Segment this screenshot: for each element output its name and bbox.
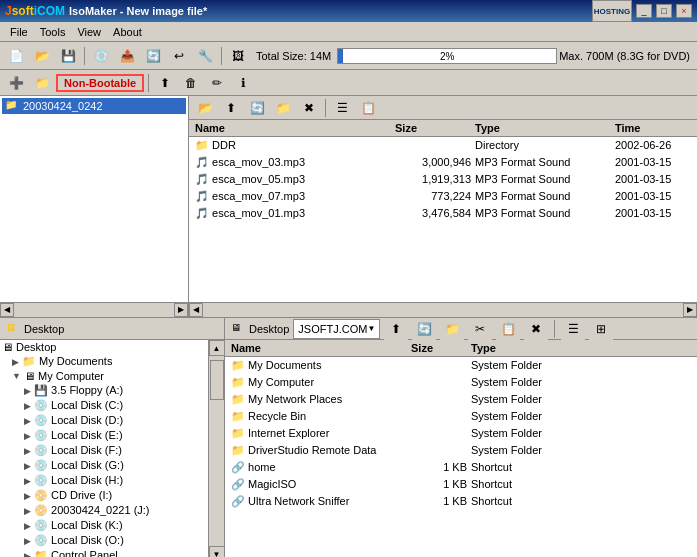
refresh-button[interactable]: 🔄: [141, 45, 165, 67]
add-folder-button[interactable]: 📁: [30, 72, 54, 94]
add-file-button[interactable]: ➕: [4, 72, 28, 94]
tree-item[interactable]: ▼ 🖥 My Computer: [0, 369, 208, 383]
menu-tools[interactable]: Tools: [34, 24, 72, 40]
maximize-button[interactable]: □: [656, 4, 672, 18]
desktop-file-row[interactable]: 📁 DriverStudio Remote DataSystem Folder: [225, 442, 697, 459]
iso-hscroll-track: [203, 303, 683, 317]
desktop-copy[interactable]: 📋: [496, 318, 520, 340]
menu-file[interactable]: File: [4, 24, 34, 40]
iso-files-container: 📁 DDRDirectory2002-06-26🎵 esca_mov_03.mp…: [189, 137, 697, 222]
desktop-file-row[interactable]: 🔗 Ultra Network Sniffer1 KBShortcut: [225, 493, 697, 510]
iso-hscroll[interactable]: ◀ ▶: [189, 302, 697, 316]
minimize-button[interactable]: _: [636, 4, 652, 18]
menu-about[interactable]: About: [107, 24, 148, 40]
dcol-type[interactable]: Type: [469, 341, 589, 355]
content-new-folder[interactable]: 📁: [271, 97, 295, 119]
tree-item[interactable]: ▶ 💿 Local Disk (G:): [0, 458, 208, 473]
image-button[interactable]: 🖼: [226, 45, 250, 67]
burn-button[interactable]: 💿: [89, 45, 113, 67]
delete-button[interactable]: 🗑: [179, 72, 203, 94]
bottom-section: 🖥 Desktop 🖥 Desktop▶ 📁 My Documents▼ 🖥 M…: [0, 316, 697, 557]
content-details[interactable]: 📋: [356, 97, 380, 119]
dcol-size[interactable]: Size: [409, 341, 469, 355]
iso-file-row[interactable]: 🎵 esca_mov_05.mp31,919,313MP3 Format Sou…: [189, 171, 697, 188]
iso-tree[interactable]: 📁 20030424_0242: [0, 96, 188, 302]
col-time[interactable]: Time: [613, 121, 693, 135]
non-bootable-button[interactable]: Non-Bootable: [56, 74, 144, 92]
info-button[interactable]: ℹ: [231, 72, 255, 94]
tree-item[interactable]: ▶ 💿 Local Disk (F:): [0, 443, 208, 458]
hscroll-right[interactable]: ▶: [174, 303, 188, 317]
tree-item[interactable]: ▶ 📁 Control Panel: [0, 548, 208, 557]
desktop-file-row[interactable]: 📁 My Network PlacesSystem Folder: [225, 391, 697, 408]
desktop-delete[interactable]: ✖: [524, 318, 548, 340]
iso-hscroll-left[interactable]: ◀: [189, 303, 203, 317]
col-size[interactable]: Size: [393, 121, 473, 135]
title-bar-left: JsoftiCOM IsoMaker - New image file*: [5, 4, 207, 18]
desktop-cut[interactable]: ✂: [468, 318, 492, 340]
save-button[interactable]: 💾: [56, 45, 80, 67]
menu-view[interactable]: View: [71, 24, 107, 40]
desktop-header-icon: 🖥: [229, 322, 243, 336]
tree-item[interactable]: ▶ 💿 Local Disk (H:): [0, 473, 208, 488]
iso-file-row[interactable]: 📁 DDRDirectory2002-06-26: [189, 137, 697, 154]
iso-file-row[interactable]: 🎵 esca_mov_03.mp33,000,946MP3 Format Sou…: [189, 154, 697, 171]
tree-item[interactable]: ▶ 💿 Local Disk (C:): [0, 398, 208, 413]
desktop-refresh[interactable]: 🔄: [412, 318, 436, 340]
desktop-icon: 🖥: [4, 322, 18, 336]
vscroll-thumb[interactable]: [210, 360, 224, 400]
host-logo: HOSTING: [592, 0, 632, 22]
iso-file-row[interactable]: 🎵 esca_mov_07.mp3773,224MP3 Format Sound…: [189, 188, 697, 205]
desktop-new-folder[interactable]: 📁: [440, 318, 464, 340]
desktop-panel: 🖥 Desktop JSOFTJ.COM ▼ ⬆ 🔄 📁 ✂ 📋 ✖ ☰ ⊞ N…: [225, 318, 697, 557]
desktop-file-row[interactable]: 🔗 home1 KBShortcut: [225, 459, 697, 476]
desktop-header-cols: Name Size Type: [225, 340, 697, 357]
iso-file-row[interactable]: 🎵 esca_mov_01.mp33,476,584MP3 Format Sou…: [189, 205, 697, 222]
desktop-file-row[interactable]: 📁 Internet ExplorerSystem Folder: [225, 425, 697, 442]
vscroll-down[interactable]: ▼: [209, 546, 225, 557]
content-delete[interactable]: ✖: [297, 97, 321, 119]
tree-item[interactable]: ▶ 📁 My Documents: [0, 354, 208, 369]
extract-button[interactable]: 📤: [115, 45, 139, 67]
tree-item[interactable]: ▶ 💿 Local Disk (O:): [0, 533, 208, 548]
menu-bar: File Tools View About: [0, 22, 697, 42]
close-button[interactable]: ×: [676, 4, 692, 18]
iso-root-item[interactable]: 📁 20030424_0242: [2, 98, 186, 114]
col-name[interactable]: Name: [193, 121, 393, 135]
tree-item[interactable]: ▶ 💾 3.5 Floppy (A:): [0, 383, 208, 398]
undo-button[interactable]: ↩: [167, 45, 191, 67]
desktop-nav[interactable]: ⬆: [384, 318, 408, 340]
progress-container: 2%: [337, 48, 557, 64]
tree-item[interactable]: ▶ 💿 Local Disk (E:): [0, 428, 208, 443]
desktop-file-row[interactable]: 📁 My ComputerSystem Folder: [225, 374, 697, 391]
browser-tree[interactable]: 🖥 Desktop▶ 📁 My Documents▼ 🖥 My Computer…: [0, 340, 208, 557]
vscroll-up[interactable]: ▲: [209, 340, 225, 356]
tree-item[interactable]: ▶ 💿 Local Disk (D:): [0, 413, 208, 428]
desktop-file-row[interactable]: 🔗 MagicISO1 KBShortcut: [225, 476, 697, 493]
up-button[interactable]: ⬆: [153, 72, 177, 94]
new-button[interactable]: 📄: [4, 45, 28, 67]
iso-tree-hscroll[interactable]: ◀ ▶: [0, 302, 188, 316]
desktop-file-row[interactable]: 📁 My DocumentsSystem Folder: [225, 357, 697, 374]
tree-item-desktop[interactable]: 🖥 Desktop: [0, 340, 208, 354]
tree-item[interactable]: ▶ 💿 Local Disk (K:): [0, 518, 208, 533]
rename-button[interactable]: ✏: [205, 72, 229, 94]
col-type[interactable]: Type: [473, 121, 613, 135]
desktop-view1[interactable]: ☰: [561, 318, 585, 340]
tree-item[interactable]: ▶ 📀 CD Drive (I:): [0, 488, 208, 503]
hscroll-left[interactable]: ◀: [0, 303, 14, 317]
content-refresh[interactable]: 🔄: [245, 97, 269, 119]
content-up[interactable]: ⬆: [219, 97, 243, 119]
content-view[interactable]: ☰: [330, 97, 354, 119]
separator-2: [221, 47, 222, 65]
desktop-view2[interactable]: ⊞: [589, 318, 613, 340]
desktop-file-row[interactable]: 📁 Recycle BinSystem Folder: [225, 408, 697, 425]
location-combo[interactable]: JSOFTJ.COM ▼: [293, 319, 380, 339]
properties-button[interactable]: 🔧: [193, 45, 217, 67]
browser-vscroll[interactable]: ▲ ▼: [208, 340, 224, 557]
open-button[interactable]: 📂: [30, 45, 54, 67]
iso-hscroll-right[interactable]: ▶: [683, 303, 697, 317]
content-nav-back[interactable]: 📂: [193, 97, 217, 119]
dcol-name[interactable]: Name: [229, 341, 409, 355]
tree-item[interactable]: ▶ 📀 20030424_0221 (J:): [0, 503, 208, 518]
